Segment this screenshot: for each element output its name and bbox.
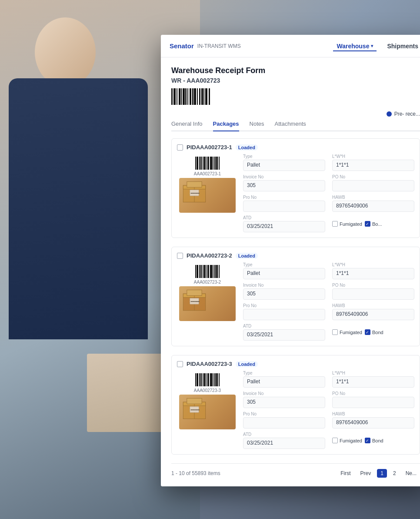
fumigated-check-1[interactable]: Fumigated <box>332 221 362 227</box>
field-po-3: PO No <box>332 391 414 408</box>
bond-checkbox-1[interactable]: ✓ <box>365 221 370 227</box>
pro-value-1[interactable] <box>243 201 325 212</box>
items-count: 1 - 10 of 55893 items <box>171 470 220 476</box>
field-atd-2: ATD 03/25/2021 <box>243 324 325 341</box>
svg-text:▬▬▬▬: ▬▬▬▬ <box>190 191 200 194</box>
type-value-1[interactable]: Pallet <box>243 160 325 171</box>
pre-receipt-badge: Pre- rece... <box>387 111 420 117</box>
package-image-1: ▬▬▬▬ <box>179 178 236 213</box>
svg-rect-9 <box>187 290 202 296</box>
field-lwh-3: L*W*H 1*1*1 <box>332 371 414 388</box>
package-body-3: AAA002723-3 ▬▬▬▬ <box>177 371 414 449</box>
prev-page-btn[interactable]: Prev <box>357 469 375 478</box>
bond-check-2[interactable]: ✓ Bond <box>365 329 383 335</box>
package-card-3: PIDAAA002723-3 Loaded <box>171 355 420 455</box>
po-value-1[interactable] <box>332 180 414 191</box>
bond-check-1[interactable]: ✓ Bo... <box>365 221 382 227</box>
package-status-1: Loaded <box>236 144 258 151</box>
type-value-3[interactable]: Pallet <box>243 376 325 388</box>
package-id-1: PIDAAA002723-1 <box>187 144 232 151</box>
field-po-2: PO No <box>332 283 414 300</box>
checkbox-row-1: Fumigated ✓ Bo... <box>332 221 414 227</box>
field-type-3: Type Pallet <box>243 371 325 388</box>
tab-attachments[interactable]: Attachments <box>275 121 306 131</box>
brand-subtitle: IN-TRANSIT WMS <box>197 43 241 49</box>
wr-number: WR - AAA002723 <box>171 77 420 84</box>
package-checkbox-2[interactable] <box>177 253 183 259</box>
atd-value-2[interactable]: 03/25/2021 <box>243 329 325 341</box>
package-id-2: PIDAAA002723-2 <box>187 252 232 259</box>
status-dot <box>387 111 392 117</box>
lwh-value-3[interactable]: 1*1*1 <box>332 376 414 388</box>
field-hawb-3: HAWB 89765409006 <box>332 412 414 429</box>
lwh-value-1[interactable]: 1*1*1 <box>332 160 414 171</box>
package-card-2: PIDAAA002723-2 Loaded <box>171 247 420 346</box>
package-card-1: PIDAAA002723-1 Loaded <box>171 138 420 238</box>
package-body-1: AAA002723-1 ▬▬▬▬ <box>177 154 414 232</box>
pro-value-2[interactable] <box>243 309 325 320</box>
invoice-value-3[interactable]: 305 <box>243 397 325 408</box>
checkbox-row-2: Fumigated ✓ Bond <box>332 329 414 335</box>
main-barcode <box>171 87 210 105</box>
fumigated-check-3[interactable]: Fumigated <box>332 438 362 443</box>
package-header-2: PIDAAA002723-2 Loaded <box>177 252 414 259</box>
field-checkboxes-2: Fumigated ✓ Bond <box>332 324 414 341</box>
hawb-value-1[interactable]: 89765409006 <box>332 201 414 212</box>
nav-shipments[interactable]: Shipments <box>383 41 420 51</box>
invoice-value-2[interactable]: 305 <box>243 288 325 300</box>
field-invoice-3: Invoice No 305 <box>243 391 325 408</box>
package-image-2: ▬▬▬▬ <box>179 286 236 321</box>
tab-general-info[interactable]: General Info <box>171 121 203 131</box>
hawb-value-3[interactable]: 89765409006 <box>332 417 414 429</box>
bond-check-3[interactable]: ✓ Bond <box>365 438 383 443</box>
bond-checkbox-2[interactable]: ✓ <box>365 329 370 335</box>
package-status-2: Loaded <box>236 253 258 259</box>
field-pro-1: Pro No <box>243 195 325 212</box>
package-barcode-3 <box>195 371 220 386</box>
pre-receipt-label: Pre- rece... <box>394 111 420 117</box>
field-type-2: Type Pallet <box>243 262 325 279</box>
fumigated-checkbox-3[interactable] <box>332 438 338 443</box>
field-invoice-2: Invoice No 305 <box>243 283 325 300</box>
nav-warehouse[interactable]: Warehouse ▾ <box>333 41 377 51</box>
svg-text:▬▬▬▬: ▬▬▬▬ <box>190 300 200 302</box>
field-atd-1: ATD 03/25/2021 <box>243 215 325 232</box>
package-status-3: Loaded <box>236 361 258 367</box>
type-value-2[interactable]: Pallet <box>243 268 325 279</box>
page-2-btn[interactable]: 2 <box>390 469 400 478</box>
chevron-down-icon: ▾ <box>371 44 373 48</box>
field-lwh-1: L*W*H 1*1*1 <box>332 154 414 171</box>
package-fields-2: Type Pallet L*W*H 1*1*1 Invoice No 305 <box>243 262 414 341</box>
atd-value-1[interactable]: 03/25/2021 <box>243 221 325 232</box>
page-1-btn[interactable]: 1 <box>377 469 387 478</box>
atd-value-3[interactable]: 03/25/2021 <box>243 438 325 449</box>
package-fields-1: Type Pallet L*W*H 1*1*1 Invoice No 305 <box>243 154 414 232</box>
pro-value-3[interactable] <box>243 417 325 429</box>
field-invoice-1: Invoice No 305 <box>243 174 325 191</box>
next-page-btn[interactable]: Ne... <box>402 469 420 478</box>
invoice-value-1[interactable]: 305 <box>243 180 325 191</box>
po-value-2[interactable] <box>332 288 414 300</box>
fumigated-check-2[interactable]: Fumigated <box>332 329 362 335</box>
nav-bar: Senator IN-TRANSIT WMS Warehouse ▾ Shipm… <box>161 35 420 57</box>
package-id-3: PIDAAA002723-3 <box>187 361 232 367</box>
fumigated-checkbox-1[interactable] <box>332 221 338 227</box>
package-left-1: AAA002723-1 ▬▬▬▬ <box>177 154 238 232</box>
package-checkbox-3[interactable] <box>177 361 183 367</box>
fumigated-checkbox-2[interactable] <box>332 329 338 335</box>
bond-checkbox-3[interactable]: ✓ <box>365 438 370 443</box>
first-page-btn[interactable]: First <box>337 469 354 478</box>
lwh-value-2[interactable]: 1*1*1 <box>332 268 414 279</box>
package-checkbox-1[interactable] <box>177 144 183 151</box>
tab-packages[interactable]: Packages <box>213 121 239 131</box>
tab-notes[interactable]: Notes <box>250 121 264 131</box>
brand-name: Senator <box>170 42 194 50</box>
hawb-value-2[interactable]: 89765409006 <box>332 309 414 320</box>
person-head <box>35 17 96 87</box>
field-po-1: PO No <box>332 174 414 191</box>
pre-receipt-row: Pre- rece... <box>171 111 420 117</box>
package-barcode-label-1: AAA002723-1 <box>194 171 221 176</box>
field-checkboxes-1: Fumigated ✓ Bo... <box>332 215 414 232</box>
package-header-3: PIDAAA002723-3 Loaded <box>177 361 414 367</box>
po-value-3[interactable] <box>332 397 414 408</box>
